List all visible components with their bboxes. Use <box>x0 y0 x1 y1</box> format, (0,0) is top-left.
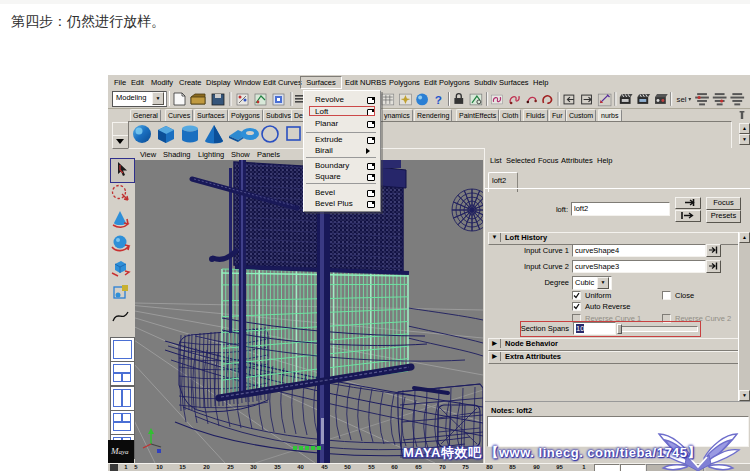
svg-text:sel: sel <box>677 95 687 104</box>
svg-text:?: ? <box>435 93 442 106</box>
svg-text:Maya: Maya <box>110 446 129 456</box>
